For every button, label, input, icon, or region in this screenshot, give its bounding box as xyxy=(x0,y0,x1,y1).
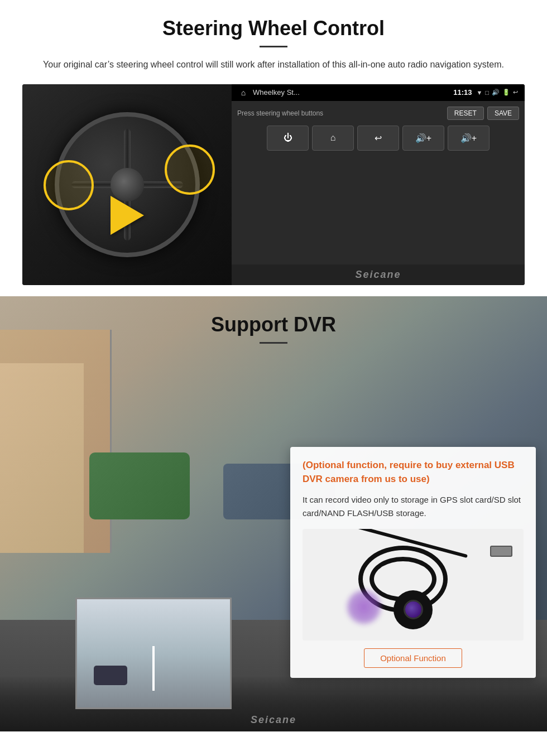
footage-inner xyxy=(77,599,230,707)
android-app-name: Wheelkey St... xyxy=(253,88,449,97)
dvr-section: Support DVR (Optional function, require … xyxy=(0,296,547,731)
building-left2 xyxy=(0,363,84,553)
steering-wheel-prompt: Press steering wheel buttons xyxy=(237,109,323,117)
battery-icon: 🔋 xyxy=(502,89,510,96)
footage-car xyxy=(94,666,127,685)
sw-btn-back[interactable]: ↩ xyxy=(357,126,399,151)
dvr-title-divider xyxy=(260,342,287,344)
android-content: Press steering wheel buttons RESET SAVE … xyxy=(232,101,525,264)
camera-body xyxy=(394,590,433,629)
volume-icon: 🔊 xyxy=(492,89,500,96)
android-status-icons: ▼ □ 🔊 🔋 ↩ xyxy=(476,89,518,96)
sw-btn-vol-up[interactable]: 🔊+ xyxy=(448,126,490,151)
back-icon: ↩ xyxy=(513,89,518,96)
sw-btn-vol-down[interactable]: 🔊+ xyxy=(402,126,444,151)
steering-photo xyxy=(22,84,232,285)
hedge xyxy=(89,452,190,519)
android-clock: 11:13 xyxy=(453,88,472,97)
usb-connector xyxy=(490,546,512,557)
steering-section: Steering Wheel Control Your original car… xyxy=(0,0,547,296)
save-button[interactable]: SAVE xyxy=(487,107,519,120)
yellow-arrow xyxy=(111,196,144,235)
dvr-camera-image xyxy=(303,529,524,641)
android-status-bar: ⌂ Wheelkey St... 11:13 ▼ □ 🔊 🔋 ↩ xyxy=(232,84,525,101)
purple-glow xyxy=(347,590,381,624)
sw-btn-power[interactable]: ⏻ xyxy=(267,126,309,151)
steering-watermark: Seicane xyxy=(232,264,525,285)
dvr-watermark: Seicane xyxy=(251,714,296,726)
screenshot-icon: □ xyxy=(485,89,489,96)
steering-image: ⌂ Wheelkey St... 11:13 ▼ □ 🔊 🔋 ↩ Press s… xyxy=(22,84,525,285)
optional-function-container: Optional Function xyxy=(303,648,524,668)
dvr-info-card: (Optional function, require to buy exter… xyxy=(290,447,536,678)
steering-subtitle: Your original car’s steering wheel contr… xyxy=(22,57,525,72)
steering-wheel-buttons-row: ⏻ ⌂ ↩ 🔊+ 🔊+ xyxy=(237,126,519,151)
camera-lens xyxy=(404,600,423,619)
highlight-circle-right xyxy=(165,145,215,195)
dvr-title: Support DVR xyxy=(0,296,547,336)
android-home-icon: ⌂ xyxy=(238,88,248,98)
optional-function-badge: Optional Function xyxy=(364,648,462,668)
steering-wheel-label-row: Press steering wheel buttons RESET SAVE xyxy=(237,107,519,120)
steering-title-divider xyxy=(260,46,287,47)
dvr-footage-box xyxy=(75,598,232,709)
wifi-icon: ▼ xyxy=(476,89,482,96)
steering-title: Steering Wheel Control xyxy=(22,17,525,40)
dvr-description: It can record video only to storage in G… xyxy=(303,493,524,520)
dvr-optional-text: (Optional function, require to buy exter… xyxy=(303,458,524,487)
footage-road-line xyxy=(152,646,155,691)
highlight-circle-left xyxy=(44,160,94,210)
sw-btn-home[interactable]: ⌂ xyxy=(312,126,354,151)
android-panel: ⌂ Wheelkey St... 11:13 ▼ □ 🔊 🔋 ↩ Press s… xyxy=(232,84,525,285)
reset-button[interactable]: RESET xyxy=(447,107,484,120)
